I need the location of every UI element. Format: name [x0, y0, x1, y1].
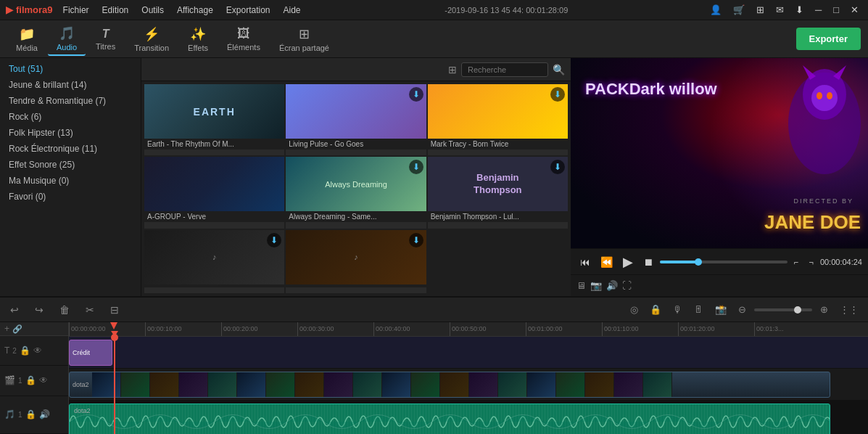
- undo-button[interactable]: ↩: [6, 303, 23, 317]
- sidebar-item-jeune[interactable]: Jeune & brillant (14): [0, 77, 141, 93]
- skip-back-button[interactable]: ⏮: [576, 255, 594, 269]
- grid-icon[interactable]: ⊞: [753, 3, 768, 17]
- snapshot-icon[interactable]: 📸: [711, 303, 730, 316]
- mute-audio-icon[interactable]: 🔊: [39, 409, 50, 419]
- eye-title-icon[interactable]: 👁: [33, 345, 42, 356]
- export-button[interactable]: Exporter: [796, 28, 861, 50]
- download-mark-button[interactable]: ⬇: [550, 87, 565, 102]
- frame-5: [208, 372, 237, 397]
- mic-icon[interactable]: 🎙: [669, 303, 686, 316]
- minus-zoom-icon[interactable]: ⊖: [735, 303, 750, 316]
- link-track-icon[interactable]: 🔗: [12, 324, 22, 334]
- sidebar-item-effet[interactable]: Effet Sonore (25): [0, 157, 141, 173]
- menu-aide[interactable]: Aide: [278, 4, 307, 17]
- add-track-icon[interactable]: +: [4, 324, 9, 334]
- splitscreen-icon: ⊞: [299, 26, 310, 42]
- titlebar-menus: Fichier Edition Outils Affichage Exporta…: [57, 4, 307, 17]
- split-button[interactable]: ⊟: [106, 303, 123, 317]
- user-icon[interactable]: 👤: [706, 3, 725, 17]
- timeline-ruler[interactable]: 00:00:00:00 00:00:10:00 00:00:20:00 00:0…: [69, 322, 868, 337]
- download-row3b-button[interactable]: ⬇: [409, 233, 423, 247]
- sidebar-item-folk[interactable]: Folk Hipster (13): [0, 125, 141, 141]
- toolbar-elements[interactable]: 🖼 Éléments: [218, 23, 269, 54]
- delete-button[interactable]: 🗑: [55, 303, 74, 317]
- lock-title-icon[interactable]: 🔒: [20, 345, 30, 356]
- titles-icon: T: [102, 28, 109, 41]
- video-clip-dota2[interactable]: dota2: [69, 372, 830, 398]
- toolbar-titles[interactable]: T Titres: [87, 25, 124, 54]
- menu-outils[interactable]: Outils: [136, 4, 170, 17]
- sidebar-item-ma-musique[interactable]: Ma Musique (0): [0, 173, 141, 189]
- mail-icon[interactable]: ✉: [772, 3, 788, 17]
- play-button[interactable]: ▶: [619, 253, 637, 271]
- frame-13: [440, 372, 469, 397]
- grid-view-icon[interactable]: ⊞: [448, 64, 457, 75]
- frame-4: [179, 372, 208, 397]
- media-thumb-mark: [428, 84, 568, 139]
- download-icon[interactable]: ⬇: [792, 3, 807, 17]
- audio-mix-icon[interactable]: 🎚: [690, 303, 707, 316]
- close-button[interactable]: ✕: [847, 3, 862, 17]
- toolbar-audio[interactable]: 🎵 Audio: [48, 22, 86, 56]
- lock-video-icon[interactable]: 🔒: [25, 375, 36, 385]
- sidebar-item-rock-elec[interactable]: Rock Électronique (11): [0, 141, 141, 157]
- sidebar-item-rock[interactable]: Rock (6): [0, 109, 141, 125]
- toolbar-effects[interactable]: ✨ Effets: [179, 23, 217, 55]
- ruler-mark-4: 00:00:40:00: [373, 322, 410, 336]
- menu-affichage[interactable]: Affichage: [171, 4, 219, 17]
- titlebar-left: ▶ filmora9 Fichier Edition Outils Affich…: [6, 4, 307, 17]
- more-icon[interactable]: ⋮⋮: [836, 303, 862, 316]
- media-card-pulse[interactable]: ⬇ Living Pulse - Go Goes: [286, 84, 426, 155]
- media-label-row3a: [144, 284, 284, 287]
- fullscreen-icon[interactable]: ⛶: [622, 280, 632, 291]
- volume-icon[interactable]: 🔊: [606, 280, 618, 291]
- audio-clip-dota2[interactable]: dota2: [69, 404, 830, 434]
- out-point-icon[interactable]: ¬: [805, 256, 817, 268]
- download-always-button[interactable]: ⬇: [409, 160, 423, 174]
- redo-button[interactable]: ↪: [30, 303, 48, 317]
- download-row3a-button[interactable]: ⬇: [267, 233, 281, 247]
- titlebar: ▶ filmora9 Fichier Edition Outils Affich…: [0, 0, 868, 20]
- magnet-icon[interactable]: 🔒: [646, 303, 665, 316]
- effects-icon: ✨: [190, 26, 206, 42]
- download-pulse-button[interactable]: ⬇: [409, 87, 423, 102]
- maximize-button[interactable]: □: [830, 3, 843, 17]
- media-icon: 📁: [19, 26, 35, 42]
- media-card-group[interactable]: A-GROUP - Verve: [144, 157, 284, 228]
- cart-icon[interactable]: 🛒: [729, 3, 748, 17]
- stop-button[interactable]: ⏹: [640, 255, 657, 269]
- sidebar-item-tendre[interactable]: Tendre & Romantique (7): [0, 93, 141, 109]
- ripple-icon[interactable]: ◎: [627, 303, 642, 316]
- menu-edition[interactable]: Edition: [96, 4, 135, 17]
- in-point-icon[interactable]: ⌐: [790, 256, 802, 268]
- search-icon[interactable]: 🔍: [553, 64, 565, 75]
- media-thumb-row3b: ♪: [286, 230, 426, 284]
- sidebar-item-all[interactable]: Tout (51): [0, 61, 141, 77]
- minimize-button[interactable]: ─: [811, 3, 825, 17]
- frame-1: [92, 372, 121, 397]
- camera-icon[interactable]: 📷: [590, 280, 602, 291]
- search-input[interactable]: [461, 62, 548, 77]
- media-card-always[interactable]: Always Dreaming ⬇ Always Dreaming - Same…: [286, 157, 426, 228]
- toolbar-media[interactable]: 📁 Média: [7, 23, 46, 55]
- media-card-row3b[interactable]: ♪ ⬇: [286, 230, 426, 293]
- menu-exportation[interactable]: Exportation: [220, 4, 276, 17]
- cut-button[interactable]: ✂: [81, 303, 99, 317]
- menu-fichier[interactable]: Fichier: [57, 4, 95, 17]
- media-label-mark: Mark Tracy - Born Twice: [428, 139, 568, 150]
- step-back-button[interactable]: ⏪: [597, 255, 616, 269]
- sidebar-item-favori[interactable]: Favori (0): [0, 189, 141, 205]
- zoom-track[interactable]: [754, 308, 812, 311]
- progress-track[interactable]: [660, 261, 788, 263]
- eye-video-icon[interactable]: 👁: [39, 375, 48, 385]
- media-card-mark[interactable]: ⬇ Mark Tracy - Born Twice: [428, 84, 568, 155]
- media-card-earth[interactable]: EARTH Earth - The Rhythm Of M...: [144, 84, 284, 155]
- plus-zoom-icon[interactable]: ⊕: [817, 303, 832, 316]
- media-card-row3a[interactable]: ♪ ⬇: [144, 230, 284, 293]
- lock-audio-icon[interactable]: 🔒: [25, 409, 36, 419]
- toolbar-splitscreen[interactable]: ⊞ Écran partagé: [270, 23, 338, 55]
- toolbar-transition[interactable]: ⚡ Transition: [125, 23, 178, 55]
- title-clip-credit[interactable]: Crédit: [69, 340, 112, 366]
- media-card-benjamin[interactable]: BenjaminThompson ⬇ Benjamin Thompson - L…: [428, 157, 568, 228]
- monitor-icon[interactable]: 🖥: [576, 280, 586, 291]
